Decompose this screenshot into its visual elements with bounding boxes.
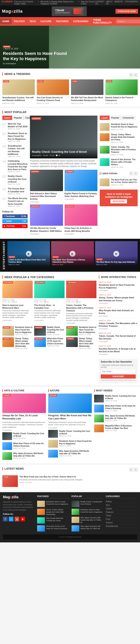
footer-category-item[interactable]: Culture	[106, 507, 137, 510]
list-item[interactable]: 01 Meet the Top Models of Fall 2018March…	[2, 122, 28, 131]
nav-categories[interactable]: Categories	[71, 18, 91, 24]
list-item[interactable]: Reality Check: Counting the Cost of Brex…	[48, 429, 92, 439]
list-item[interactable]: Residents Seem to Have Found the Key to …	[100, 122, 138, 132]
latest-news-prev[interactable]: ‹	[129, 468, 133, 472]
list-item[interactable]: TRAVEL Simop, Turkey. Where people don't…	[2, 337, 33, 349]
subscribe-button[interactable]: SUBSCRIBE	[101, 374, 136, 378]
list-item[interactable]: Why People think that Animals are Funny	[37, 516, 68, 524]
footer-category-item[interactable]: Entertainment	[106, 524, 137, 528]
nav-theme[interactable]: Theme Functionality	[91, 17, 114, 26]
list-item[interactable]: Reality Check: Counting the Cost of Brex…	[94, 394, 138, 404]
list-item[interactable]: TOP PICKS March 14, 2018 👁 35 ♥ 12 💬 36 …	[66, 281, 96, 324]
list-item[interactable]: March 14, 2018 Why People think that Ani…	[99, 306, 138, 318]
sidebar-tab-comments[interactable]: Comments	[121, 116, 136, 120]
sidebar-tab-popular[interactable]: Popular	[110, 116, 121, 120]
popular-main-article[interactable]: EUROPE Reality Check: Counting the Cost …	[30, 116, 97, 168]
list-item[interactable]: Why Japan Economy Still Needs help after…	[72, 516, 103, 524]
footer-category-item[interactable]: Politics	[106, 500, 137, 504]
top-bar-typography[interactable]: TYPOGRAPHY	[125, 0, 138, 5]
list-item[interactable]: What does Power of US mean for China's E…	[37, 524, 68, 532]
list-item[interactable]: 02 Residents Seem to Have Found the Key …	[2, 131, 28, 144]
list-item[interactable]: 04 Celebrating Leonard Nimoyless Found t…	[2, 158, 28, 174]
list-item[interactable]: 05 Reality Check: Counting the Cost of B…	[2, 174, 28, 186]
list-item[interactable]: POLITICS US Hits Record for Costly Weath…	[30, 204, 63, 235]
list-item[interactable]: Simop, Turkey. Where people think that A…	[100, 132, 138, 144]
sidebar-tab-latest[interactable]: Latest	[100, 116, 110, 120]
list-item[interactable]: Reality Check: Counting the Cost of Brex…	[2, 431, 46, 441]
list-item[interactable]: TRAVEL Residents Seem to Have Found the …	[66, 326, 96, 336]
read-more-button[interactable]: READ MORE	[111, 199, 127, 204]
nav-features[interactable]: Features	[54, 18, 71, 24]
list-item[interactable]: POLITICS What does Power of US mean for …	[34, 337, 65, 349]
list-item[interactable]: March 14, 2018 Simop, Turkey. Where peop…	[99, 293, 138, 306]
list-item[interactable]: EUROPE Reality Check: Counting the Cost …	[34, 326, 65, 336]
list-item[interactable]: What does Power of US mean for China's E…	[2, 441, 46, 451]
list-item[interactable]: ▶ MUSIC Listen to the Best Music From Ne…	[7, 241, 50, 266]
twitter-button[interactable]: t Twitter 7.2k	[2, 219, 28, 223]
list-item[interactable]: TRAVEL Simop, Turkey. Where people don't…	[66, 337, 96, 349]
list-item[interactable]: The Best Food you can 'Pay for' is Free.…	[100, 177, 138, 188]
footer-category-item[interactable]: Travel	[106, 514, 137, 518]
facebook-button[interactable]: f Facebook 11.5k	[2, 214, 28, 218]
list-item[interactable]: March 14, 2018 Yukon, Canada. The Secret…	[99, 331, 138, 344]
list-item[interactable]: 07 The World Security Council vote on Sy…	[2, 196, 28, 208]
list-item[interactable]: SCIENCE Bali Volcano's Alert Status Lowe…	[30, 170, 63, 203]
play-button-2[interactable]: ▶	[113, 251, 119, 257]
nav-home[interactable]: Home	[0, 18, 12, 24]
footer-google-icon[interactable]: g	[14, 517, 19, 522]
list-item[interactable]: March 14, 2018 Yukon, Canada. The Mounta…	[99, 318, 138, 331]
list-item[interactable]: Magazilla Offers 15 Business Trends to M…	[94, 423, 138, 433]
footer-category-item[interactable]: Features	[106, 510, 137, 514]
top-bar-website[interactable]: WEBSITE	[114, 0, 123, 5]
list-item[interactable]: What does Power of US mean for China's E…	[94, 404, 138, 413]
list-item[interactable]: FOOD You Can Know Secrets of Cooking Chi…	[37, 80, 69, 104]
list-item[interactable]: Residents Seem to Have Found the Key to …	[48, 439, 92, 448]
latest-next-arrow[interactable]: ›	[134, 172, 138, 175]
list-item[interactable]: March 14, 2018 Karolina Harterton. A Str…	[99, 344, 138, 357]
list-item[interactable]: FOOD Danish Salad is the Food of Champio…	[105, 80, 138, 104]
list-item[interactable]: Simop, Turkey. Where people don't work a…	[37, 508, 68, 516]
search-input[interactable]	[116, 20, 140, 23]
top-bar-about[interactable]: ABOUT US	[106, 0, 113, 5]
footer-facebook-icon[interactable]: f	[3, 517, 7, 522]
purchase-button[interactable]: PURCHASE NOW	[116, 9, 138, 14]
list-item[interactable]: Residents Seem to Have Found the Key to …	[37, 500, 68, 508]
list-item[interactable]: SCIENCE Eighth Planet Found in Faraway S…	[65, 170, 98, 203]
list-item[interactable]: 03 Scandinavian Cuisine. You will not Re…	[2, 144, 28, 158]
list-item[interactable]: March 14, 2018 Residents Seem to Have Fo…	[99, 280, 138, 293]
list-item[interactable]: Yukon, Canada. The Mountains with a Pric…	[100, 144, 138, 157]
nav-tech[interactable]: Tech	[27, 18, 38, 24]
prev-arrow[interactable]: ‹	[129, 73, 133, 77]
list-item[interactable]: Why Japan Economy Still Needs help after…	[48, 448, 92, 458]
footer-category-item[interactable]: Science	[106, 521, 137, 524]
footer-twitter-icon[interactable]: t	[9, 517, 13, 522]
list-item[interactable]: FOOD Scandinavian Cuisine. You will not …	[2, 80, 35, 104]
list-item[interactable]: FOOD The Best Food you can Buy for a Fiv…	[2, 474, 138, 488]
newsletter-email-input[interactable]	[101, 369, 136, 374]
nav-politics[interactable]: Politics	[12, 18, 27, 24]
tab-latest[interactable]: Latest	[2, 116, 12, 120]
list-item[interactable]: Why Japan Economy Still Needs help after…	[94, 413, 138, 423]
list-item[interactable]: Residents Seem to Have Found the Key to …	[72, 508, 103, 516]
list-item[interactable]: Reality Check: Counting the Cost of Brex…	[72, 500, 103, 508]
nav-culture[interactable]: Culture	[38, 18, 54, 24]
latest-news-next[interactable]: ›	[134, 468, 138, 472]
footer-youtube-icon[interactable]: ▶	[20, 517, 25, 522]
footer-category-item[interactable]: Tech	[106, 504, 137, 507]
list-item[interactable]: Why Japan Economy Still Needs help after…	[2, 451, 46, 461]
list-item[interactable]: 06 The Grizzly Bear – A Canadian birdMar…	[2, 186, 28, 196]
list-item[interactable]: FOOD We Will Tell You About the Most Fas…	[71, 80, 104, 104]
list-item[interactable]: Island of San Antonio. The Shores with a…	[100, 157, 138, 170]
youtube-button[interactable]: ▶ YouTube 3.1k	[2, 224, 28, 228]
tab-popular[interactable]: Popular	[12, 116, 23, 120]
top-bar-contact[interactable]: CONTACT US	[95, 0, 104, 5]
list-item[interactable]: TOP PICKS March 14, 2018 👁 35 ♥ 12 💬 36 …	[2, 281, 33, 324]
latest-prev-arrow[interactable]: ‹	[129, 172, 133, 175]
list-item[interactable]: Why Japan Economy Still Needs After 22 T…	[72, 524, 103, 532]
list-item[interactable]: POLITICS China Says Its Activities in Ar…	[65, 204, 98, 235]
list-item[interactable]: ▶ MUSIC The Best Music for Any Age (and …	[95, 241, 138, 266]
list-item[interactable]: ▶ MUSIC You Made Your Boyfriend a Cheesy…	[51, 241, 94, 266]
footer-category-item[interactable]: Food	[106, 518, 137, 521]
list-item[interactable]: TOP PICKS March 14, 2018 👁 35 ♥ 12 💬 36 …	[34, 281, 65, 324]
list-item[interactable]: TRAVEL Residents Seem to Have Found the …	[2, 326, 33, 336]
